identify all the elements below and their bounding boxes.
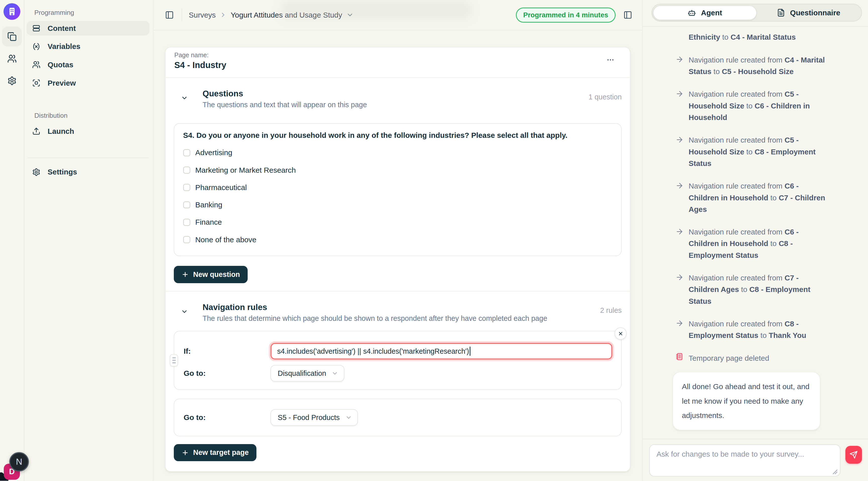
page-title: S4 - Industry bbox=[174, 60, 620, 70]
panel-tabs: Agent Questionnaire bbox=[651, 4, 862, 22]
app-logo[interactable] bbox=[3, 3, 20, 20]
rail-item-team[interactable] bbox=[2, 49, 22, 68]
sidebar-item-preview[interactable]: Preview bbox=[27, 76, 150, 90]
page-menu-button[interactable] bbox=[605, 55, 616, 65]
arrow-right-icon bbox=[675, 135, 684, 144]
panel-right-toggle[interactable] bbox=[622, 9, 633, 21]
checkbox[interactable] bbox=[183, 184, 190, 191]
option-row: Advertising bbox=[183, 148, 612, 157]
goto-page-select[interactable]: S5 - Food Products bbox=[271, 409, 358, 426]
agent-panel: Agent Questionnaire Ethnicity to C4 - Ma… bbox=[642, 0, 868, 481]
chat-composer bbox=[643, 439, 868, 481]
assistant-message-bubble: All done! Go ahead and test it out, and … bbox=[673, 372, 820, 430]
sidebar-item-label: Content bbox=[48, 24, 76, 33]
tab-agent[interactable]: Agent bbox=[653, 5, 756, 20]
goto-label: Go to: bbox=[184, 369, 271, 378]
sidebar-item-settings[interactable]: Settings bbox=[27, 165, 150, 179]
nav-divider bbox=[28, 158, 149, 158]
checkbox[interactable] bbox=[183, 219, 190, 226]
agent-event: Navigation rule created from C7 - Childr… bbox=[689, 272, 829, 307]
arrow-right-icon bbox=[675, 182, 684, 190]
rail-item-surveys[interactable] bbox=[2, 27, 22, 46]
deleted-event-label: Temporary page deleted bbox=[689, 352, 829, 364]
new-question-button[interactable]: New question bbox=[174, 266, 248, 283]
assistant-message-text: All done! Go ahead and test it out, and … bbox=[682, 382, 809, 419]
navigation-rules-header: Navigation rules The rules that determin… bbox=[174, 291, 622, 323]
arrow-right-icon bbox=[675, 273, 684, 281]
send-button[interactable] bbox=[845, 446, 862, 464]
users-icon bbox=[32, 61, 40, 69]
question-card[interactable]: S4. Do you or anyone in your household w… bbox=[174, 123, 622, 256]
agent-event: Navigation rule created from C6 - Childr… bbox=[689, 226, 829, 261]
questions-subtitle: The questions and text that will appear … bbox=[203, 101, 367, 109]
tab-label: Questionnaire bbox=[790, 8, 840, 17]
checkbox[interactable] bbox=[183, 166, 190, 174]
pages-icon bbox=[7, 32, 17, 41]
rule-card-2: Go to: S5 - Food Products bbox=[174, 399, 622, 436]
breadcrumb-current[interactable]: Yogurt Attitudes and Usage Study bbox=[230, 11, 353, 19]
nav-section-label: Distribution bbox=[34, 112, 150, 120]
gear-icon bbox=[7, 76, 17, 85]
checkbox[interactable] bbox=[183, 201, 190, 209]
checkbox[interactable] bbox=[183, 236, 190, 243]
option-row: Marketing or Market Research bbox=[183, 166, 612, 174]
question-text: S4. Do you or anyone in your household w… bbox=[183, 131, 612, 139]
main-column: Surveys Yogurt Attitudes and Usage Study… bbox=[153, 0, 642, 481]
arrow-right-icon bbox=[675, 90, 684, 98]
chat-input[interactable] bbox=[649, 444, 840, 477]
drag-handle[interactable] bbox=[170, 354, 178, 366]
option-row: None of the above bbox=[183, 235, 612, 244]
checkbox[interactable] bbox=[183, 149, 190, 156]
document-icon bbox=[777, 8, 785, 17]
sidebar-item-label: Preview bbox=[48, 79, 76, 87]
page-name-label: Page name: bbox=[174, 52, 620, 59]
icon-rail bbox=[0, 0, 24, 481]
grip-dots-icon bbox=[172, 356, 177, 364]
rule-card-1: If: s4.includes('advertising') || s4.inc… bbox=[174, 331, 622, 390]
collapse-questions-button[interactable] bbox=[180, 93, 189, 103]
breadcrumb-surveys[interactable]: Surveys bbox=[189, 11, 216, 19]
panel-left-toggle[interactable] bbox=[164, 9, 175, 21]
robot-icon bbox=[688, 8, 696, 17]
agent-event: Navigation rule created from C8 - Employ… bbox=[689, 318, 829, 342]
condition-input[interactable]: s4.includes('advertising') || s4.include… bbox=[271, 343, 612, 359]
tab-label: Agent bbox=[701, 8, 722, 17]
sidebar-item-variables[interactable]: Variables bbox=[27, 39, 150, 54]
questions-section: Questions The questions and text that wi… bbox=[165, 78, 630, 291]
rail-item-settings[interactable] bbox=[2, 71, 22, 91]
if-label: If: bbox=[184, 347, 271, 355]
chevron-right-icon bbox=[219, 11, 227, 19]
status-badge: Programmed in 4 minutes bbox=[516, 7, 616, 23]
upload-icon bbox=[32, 127, 40, 135]
scan-icon bbox=[32, 79, 40, 87]
option-label: Banking bbox=[195, 200, 222, 209]
condition-value: s4.includes('advertising') || s4.include… bbox=[277, 347, 469, 355]
nav-section-label: Programming bbox=[34, 9, 150, 17]
sidebar-item-quotas[interactable]: Quotas bbox=[27, 58, 150, 72]
navigation-rules-count: 2 rules bbox=[600, 306, 622, 315]
goto-page-value: Disqualification bbox=[278, 369, 326, 378]
plus-icon bbox=[182, 271, 189, 278]
navigation-rules-subtitle: The rules that determine which page shou… bbox=[203, 314, 547, 323]
navigation-rules-section: Navigation rules The rules that determin… bbox=[165, 291, 630, 471]
collapse-rules-button[interactable] bbox=[180, 307, 189, 316]
goto-page-value: S5 - Food Products bbox=[278, 414, 340, 422]
ellipsis-icon bbox=[606, 56, 615, 64]
variable-icon bbox=[32, 42, 40, 51]
side-navigation: Programming Content Variables Quotas Pre… bbox=[24, 0, 153, 481]
text-cursor bbox=[470, 347, 470, 355]
arrow-right-icon bbox=[675, 55, 684, 64]
chevron-down-icon bbox=[346, 11, 354, 19]
option-label: Marketing or Market Research bbox=[195, 166, 296, 174]
new-target-page-label: New target page bbox=[193, 448, 249, 457]
page-head: Page name: S4 - Industry bbox=[165, 47, 630, 77]
rows-icon bbox=[32, 24, 40, 32]
tab-questionnaire[interactable]: Questionnaire bbox=[757, 5, 860, 20]
sidebar-item-content[interactable]: Content bbox=[27, 21, 150, 35]
panel-left-icon bbox=[165, 10, 174, 19]
new-target-page-button[interactable]: New target page bbox=[174, 444, 256, 461]
sidebar-item-launch[interactable]: Launch bbox=[27, 124, 150, 138]
delete-rule-button[interactable] bbox=[615, 327, 627, 340]
goto-page-select[interactable]: Disqualification bbox=[271, 365, 344, 382]
goto-row: Go to: S5 - Food Products bbox=[184, 409, 612, 426]
